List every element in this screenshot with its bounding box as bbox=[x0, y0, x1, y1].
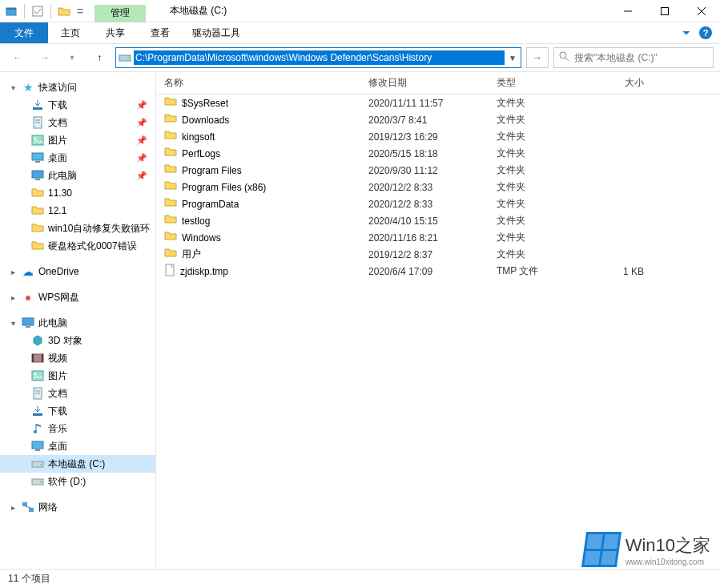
svg-rect-18 bbox=[35, 161, 40, 163]
tab-drive-tools[interactable]: 驱动器工具 bbox=[183, 22, 250, 43]
ribbon-collapse-icon[interactable]: ⏷ bbox=[682, 27, 691, 38]
file-date: 2020/5/15 18:18 bbox=[368, 148, 497, 159]
sidebar-item-quickaccess[interactable]: 此电脑📌 bbox=[0, 167, 155, 184]
network-icon bbox=[21, 501, 35, 513]
navigation-pane[interactable]: ▾ ★ 快速访问 下载📌文档📌图片📌桌面📌此电脑📌11.3012.1win10自… bbox=[0, 72, 156, 569]
tab-view[interactable]: 查看 bbox=[138, 22, 183, 43]
svg-line-10 bbox=[565, 58, 569, 61]
file-date: 2019/12/2 8:37 bbox=[368, 249, 497, 260]
file-row[interactable]: Windows2020/11/16 8:21文件夹 bbox=[156, 229, 720, 246]
file-row[interactable]: kingsoft2019/12/3 16:29文件夹 bbox=[156, 128, 720, 145]
file-icon bbox=[164, 112, 177, 127]
sidebar-item-pc[interactable]: 桌面 bbox=[0, 437, 155, 455]
address-dropdown-icon[interactable]: ▼ bbox=[505, 54, 521, 62]
sidebar-item-pc[interactable]: 文档 bbox=[0, 385, 155, 402]
expand-icon[interactable]: ▸ bbox=[8, 293, 18, 302]
cloud-icon: ☁ bbox=[21, 265, 35, 278]
svg-rect-34 bbox=[35, 449, 40, 451]
sidebar-item-pc[interactable]: 本地磁盘 (C:) bbox=[0, 455, 155, 473]
sidebar-item-quickaccess[interactable]: win10自动修复失败循环 bbox=[0, 219, 155, 237]
file-row[interactable]: PerfLogs2020/5/15 18:18文件夹 bbox=[156, 145, 720, 162]
nav-forward-button[interactable]: → bbox=[34, 46, 56, 69]
tab-home[interactable]: 主页 bbox=[48, 22, 93, 43]
tree-onedrive[interactable]: ▸ ☁ OneDrive bbox=[0, 263, 155, 280]
nav-up-button[interactable]: ↑ bbox=[88, 46, 111, 69]
svg-rect-33 bbox=[32, 441, 43, 449]
close-button[interactable] bbox=[683, 0, 720, 22]
contextual-tab-manage[interactable]: 管理 bbox=[95, 5, 146, 22]
maximize-button[interactable] bbox=[646, 0, 683, 22]
sidebar-item-pc[interactable]: 音乐 bbox=[0, 420, 155, 437]
file-row[interactable]: Downloads2020/3/7 8:41文件夹 bbox=[156, 111, 720, 128]
svg-rect-38 bbox=[40, 481, 42, 482]
sidebar-item-quickaccess[interactable]: 下载📌 bbox=[0, 96, 155, 114]
sidebar-item-pc[interactable]: 视频 bbox=[0, 349, 155, 367]
watermark: Win10之家 www.win10xitong.com bbox=[584, 532, 710, 567]
star-icon: ★ bbox=[21, 81, 35, 94]
tree-wps[interactable]: ▸ ● WPS网盘 bbox=[0, 288, 155, 306]
file-row[interactable]: ProgramData2020/12/2 8:33文件夹 bbox=[156, 195, 720, 212]
item-icon bbox=[30, 187, 45, 199]
col-size-header[interactable]: 大小 bbox=[577, 76, 657, 90]
sidebar-item-pc[interactable]: 3D 对象 bbox=[0, 332, 155, 349]
sidebar-item-pc[interactable]: 软件 (D:) bbox=[0, 473, 155, 490]
sidebar-item-pc[interactable]: 下载 bbox=[0, 402, 155, 420]
help-icon[interactable]: ? bbox=[699, 26, 712, 39]
item-label: win10自动修复失败循环 bbox=[48, 222, 155, 236]
item-icon bbox=[30, 204, 45, 217]
address-input[interactable] bbox=[134, 50, 505, 65]
tree-quick-access[interactable]: ▾ ★ 快速访问 bbox=[0, 79, 155, 96]
sidebar-item-pc[interactable]: 图片 bbox=[0, 367, 155, 385]
file-list-pane[interactable]: 名称 修改日期 类型 大小 $SysReset2020/11/11 11:57文… bbox=[156, 72, 720, 569]
file-row[interactable]: testlog2020/4/10 15:15文件夹 bbox=[156, 212, 720, 229]
tree-network[interactable]: ▸ 网络 bbox=[0, 498, 155, 516]
item-icon bbox=[30, 152, 45, 163]
svg-rect-11 bbox=[33, 107, 42, 110]
column-headers[interactable]: 名称 修改日期 类型 大小 bbox=[156, 72, 720, 95]
file-date: 2020/4/10 15:15 bbox=[368, 215, 497, 227]
tab-share[interactable]: 共享 bbox=[93, 22, 138, 43]
expand-icon[interactable]: ▾ bbox=[8, 83, 18, 92]
file-row[interactable]: zjdiskp.tmp2020/6/4 17:09TMP 文件1 KB bbox=[156, 263, 720, 280]
item-label: 桌面 bbox=[48, 151, 133, 165]
pin-icon: 📌 bbox=[136, 153, 147, 163]
go-button[interactable]: → bbox=[526, 47, 549, 68]
search-input[interactable] bbox=[574, 52, 708, 63]
file-row[interactable]: $SysReset2020/11/11 11:57文件夹 bbox=[156, 95, 720, 111]
checkbox-icon[interactable] bbox=[31, 5, 44, 18]
sidebar-item-quickaccess[interactable]: 12.1 bbox=[0, 202, 155, 219]
watermark-url: www.win10xitong.com bbox=[625, 558, 710, 566]
svg-rect-22 bbox=[26, 326, 30, 328]
qat-dropdown-icon[interactable]: = bbox=[74, 5, 86, 18]
minimize-button[interactable] bbox=[609, 0, 646, 22]
tree-this-pc[interactable]: ▾ 此电脑 bbox=[0, 314, 155, 332]
col-date-header[interactable]: 修改日期 bbox=[368, 76, 497, 90]
sidebar-item-quickaccess[interactable]: 11.30 bbox=[0, 184, 155, 202]
file-row[interactable]: Program Files2020/9/30 11:12文件夹 bbox=[156, 162, 720, 179]
nav-back-button[interactable]: ← bbox=[6, 46, 29, 69]
file-icon bbox=[164, 264, 175, 279]
col-name-header[interactable]: 名称 bbox=[164, 76, 368, 90]
sidebar-item-quickaccess[interactable]: 硬盘格式化0007错误 bbox=[0, 237, 155, 255]
svg-rect-36 bbox=[40, 464, 42, 465]
file-row[interactable]: 用户2019/12/2 8:37文件夹 bbox=[156, 246, 720, 263]
col-type-header[interactable]: 类型 bbox=[497, 76, 577, 90]
file-row[interactable]: Program Files (x86)2020/12/2 8:33文件夹 bbox=[156, 179, 720, 195]
expand-icon[interactable]: ▾ bbox=[8, 319, 18, 328]
svg-point-9 bbox=[560, 52, 566, 58]
file-name: Windows bbox=[182, 232, 221, 244]
file-icon bbox=[164, 179, 177, 195]
sidebar-item-quickaccess[interactable]: 桌面📌 bbox=[0, 149, 155, 167]
sidebar-item-quickaccess[interactable]: 文档📌 bbox=[0, 114, 155, 131]
folder-qat-icon[interactable] bbox=[58, 5, 70, 18]
address-bar[interactable]: ▼ bbox=[115, 47, 521, 68]
wps-icon: ● bbox=[21, 291, 35, 304]
nav-recent-dropdown[interactable]: ▼ bbox=[61, 46, 83, 69]
search-box[interactable] bbox=[553, 47, 714, 68]
sidebar-item-quickaccess[interactable]: 图片📌 bbox=[0, 131, 155, 149]
expand-icon[interactable]: ▸ bbox=[8, 268, 18, 276]
file-date: 2020/12/2 8:33 bbox=[368, 182, 497, 193]
file-menu[interactable]: 文件 bbox=[0, 22, 48, 43]
expand-icon[interactable]: ▸ bbox=[8, 503, 18, 512]
titlebar: = 管理 本地磁盘 (C:) bbox=[0, 0, 720, 22]
